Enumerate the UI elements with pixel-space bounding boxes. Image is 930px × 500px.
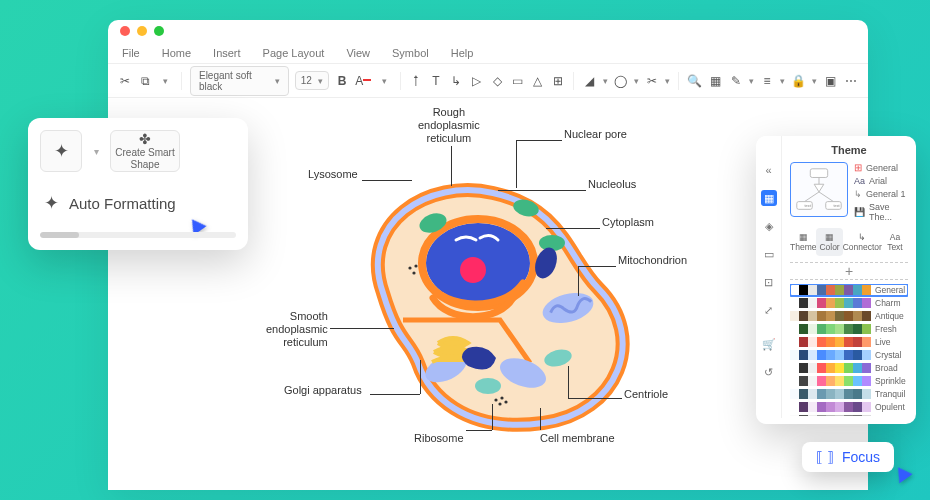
svg-point-2	[460, 257, 486, 283]
palette-row[interactable]: Tranquil	[790, 388, 908, 400]
quick-general1[interactable]: ↳General 1	[854, 189, 908, 199]
crop-icon[interactable]: ✂	[645, 73, 659, 89]
palette-name: General	[875, 285, 908, 295]
palette-row[interactable]: Broad	[790, 362, 908, 374]
font-family-select[interactable]: Elegant soft black ▾	[190, 66, 289, 96]
svg-point-18	[412, 271, 415, 274]
rect-icon[interactable]: ▭	[510, 73, 524, 89]
sparkle-icon[interactable]: ✦	[40, 130, 82, 172]
text-tool-icon[interactable]: T	[429, 73, 443, 89]
rail-nav-icon[interactable]: ⊡	[761, 274, 777, 290]
create-smart-shape-button[interactable]: ✤ Create SmartShape	[110, 130, 180, 172]
theme-panel-title: Theme	[790, 144, 908, 156]
chevron-down-icon: ▾	[275, 76, 280, 86]
menubar: File Home Insert Page Layout View Symbol…	[108, 42, 868, 64]
rail-layers-icon[interactable]: ◈	[761, 218, 777, 234]
font-color-icon[interactable]: A	[355, 73, 371, 89]
palette-name: Broad	[875, 363, 908, 373]
svg-rect-19	[810, 169, 827, 178]
focus-label: Focus	[842, 449, 880, 465]
rail-theme-icon[interactable]: ▦	[761, 190, 777, 206]
lock-icon[interactable]: 🔒	[791, 73, 806, 89]
window-minimize-dot[interactable]	[137, 26, 147, 36]
menu-file[interactable]: File	[122, 47, 140, 59]
label-mitochondrion: Mitochondrion	[618, 254, 687, 267]
toolbar: ✂ ⧉ ▾ Elegant soft black ▾ 12 ▾ B A ▾ ⭡ …	[108, 64, 868, 98]
palette-name: Crystal	[875, 350, 908, 360]
menu-page-layout[interactable]: Page Layout	[263, 47, 325, 59]
palette-row[interactable]: Live	[790, 336, 908, 348]
pointer-icon[interactable]: ⭡	[408, 73, 422, 89]
rail-cart-icon[interactable]: 🛒	[761, 336, 777, 352]
pen-icon[interactable]: ✎	[729, 73, 743, 89]
svg-point-12	[494, 398, 497, 401]
fill-icon[interactable]: ◢	[582, 73, 596, 89]
quick-general[interactable]: ⊞General	[854, 162, 908, 173]
window-close-dot[interactable]	[120, 26, 130, 36]
palette-row[interactable]: Charm	[790, 297, 908, 309]
rail-page-icon[interactable]: ▭	[761, 246, 777, 262]
palette-row[interactable]: Crystal	[790, 349, 908, 361]
layers-icon[interactable]: ▣	[823, 73, 837, 89]
palette-row[interactable]: Antique	[790, 310, 908, 322]
outline-icon[interactable]: ◯	[614, 73, 628, 89]
svg-marker-21	[814, 184, 824, 192]
menu-insert[interactable]: Insert	[213, 47, 241, 59]
font-color-dropdown-icon[interactable]: ▾	[377, 73, 391, 89]
font-family-value: Elegant soft black	[199, 70, 269, 92]
palette-row[interactable]: General	[790, 284, 908, 296]
label-nuclear-pore: Nuclear pore	[564, 128, 627, 141]
svg-point-16	[408, 266, 411, 269]
align-icon[interactable]: ≡	[760, 73, 774, 89]
progress-bar	[40, 232, 236, 238]
menu-help[interactable]: Help	[451, 47, 474, 59]
chevron-down-icon[interactable]: ▾	[90, 130, 102, 172]
window-zoom-dot[interactable]	[154, 26, 164, 36]
copy-icon[interactable]: ⧉	[138, 73, 152, 89]
font-size-select[interactable]: 12 ▾	[295, 71, 329, 90]
auto-formatting-button[interactable]: ✦ Auto Formatting	[40, 184, 236, 222]
palette-row[interactable]: Fresh	[790, 323, 908, 335]
theme-quick-list: ⊞General AaArial ↳General 1 💾Save The...	[854, 162, 908, 222]
paste-dropdown-icon[interactable]: ▾	[159, 73, 173, 89]
add-palette-button[interactable]: +	[790, 262, 908, 280]
search-icon[interactable]: 🔍	[687, 73, 702, 89]
palette-name: Fresh	[875, 324, 908, 334]
label-golgi: Golgi apparatus	[284, 384, 362, 397]
select-icon[interactable]: ▷	[470, 73, 484, 89]
tab-text[interactable]: AaText	[882, 228, 908, 256]
tab-connector[interactable]: ↳Connector	[843, 228, 882, 256]
palette-row[interactable]: Sprinkle	[790, 375, 908, 387]
rail-history-icon[interactable]: ↺	[761, 364, 777, 380]
tab-theme[interactable]: ▦Theme	[790, 228, 816, 256]
label-nucleolus: Nucleolus	[588, 178, 636, 191]
label-centriole: Centriole	[624, 388, 668, 401]
shape-icon[interactable]: ◇	[490, 73, 504, 89]
palette-row[interactable]: Opulent	[790, 401, 908, 413]
menu-home[interactable]: Home	[162, 47, 191, 59]
rail-collapse-icon[interactable]: «	[761, 162, 777, 178]
cut-icon[interactable]: ✂	[118, 73, 132, 89]
group-icon[interactable]: ⊞	[551, 73, 565, 89]
focus-button[interactable]: ⟦ ⟧ Focus	[802, 442, 894, 472]
tab-color[interactable]: ▦Color	[816, 228, 842, 256]
cursor-icon	[891, 463, 912, 484]
svg-point-14	[498, 402, 501, 405]
triangle-icon[interactable]: △	[531, 73, 545, 89]
menu-view[interactable]: View	[346, 47, 370, 59]
label-ribosome: Ribosome	[414, 432, 464, 445]
quick-save[interactable]: 💾Save The...	[854, 202, 908, 222]
grid-icon[interactable]: ▦	[708, 73, 722, 89]
rail-expand-icon[interactable]: ⤢	[761, 302, 777, 318]
theme-preview[interactable]: texttext	[790, 162, 848, 217]
bold-icon[interactable]: B	[335, 73, 349, 89]
more-icon[interactable]: ⋯	[844, 73, 858, 89]
chevron-down-icon: ▾	[318, 76, 323, 86]
menu-symbol[interactable]: Symbol	[392, 47, 429, 59]
palette-list[interactable]: GeneralCharmAntiqueFreshLiveCrystalBroad…	[790, 284, 908, 416]
palette-name: Live	[875, 337, 908, 347]
connector-icon[interactable]: ↳	[449, 73, 463, 89]
focus-icon: ⟦ ⟧	[816, 449, 834, 465]
palette-row[interactable]: Placid	[790, 414, 908, 416]
quick-arial[interactable]: AaArial	[854, 176, 908, 186]
